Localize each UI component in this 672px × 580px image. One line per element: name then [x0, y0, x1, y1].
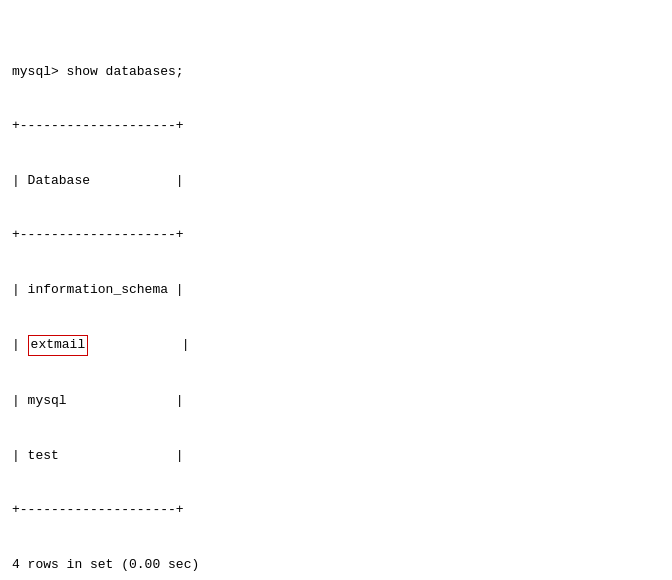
rows-4-count: 4 rows in set (0.00 sec)	[12, 556, 660, 574]
divider-2: +--------------------+	[12, 226, 660, 244]
db-header: | Database |	[12, 172, 660, 190]
row-test: | test |	[12, 447, 660, 465]
show-databases-command: mysql> show databases;	[12, 63, 660, 81]
row-mysql: | mysql |	[12, 392, 660, 410]
extmail-highlight: extmail	[28, 335, 89, 355]
divider-3: +--------------------+	[12, 501, 660, 519]
row-extmail: | extmail |	[12, 335, 660, 355]
terminal-output: mysql> show databases; +----------------…	[12, 8, 660, 580]
divider-1: +--------------------+	[12, 117, 660, 135]
terminal-window: mysql> show databases; +----------------…	[12, 8, 660, 580]
row-information-schema: | information_schema |	[12, 281, 660, 299]
